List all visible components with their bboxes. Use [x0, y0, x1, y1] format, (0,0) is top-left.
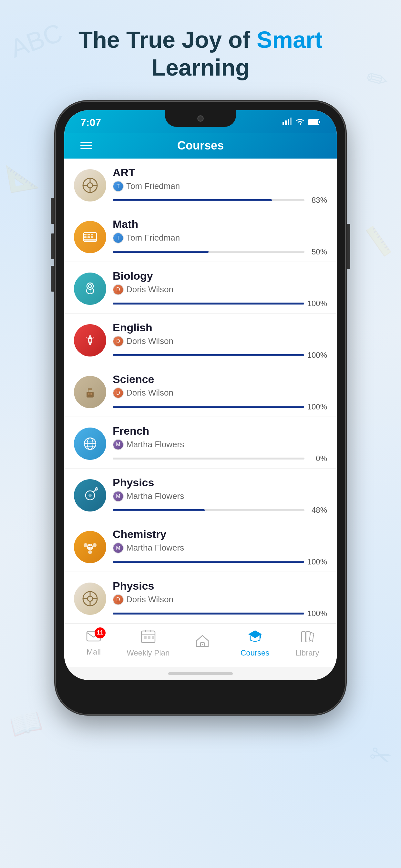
svg-rect-59	[148, 636, 150, 639]
svg-point-48	[88, 596, 93, 601]
progress-bar-fill-english	[113, 354, 304, 356]
status-time: 7:07	[81, 117, 101, 128]
svg-rect-16	[91, 234, 93, 236]
svg-point-28	[89, 393, 91, 395]
svg-rect-15	[88, 234, 90, 236]
tab-courses-label: Courses	[241, 648, 269, 657]
course-name-science: Science	[113, 373, 327, 385]
course-teacher-french: M Martha Flowers	[113, 439, 327, 450]
svg-point-8	[88, 183, 93, 188]
home-indicator	[64, 667, 337, 680]
course-teacher-physics-doris: D Doris Wilson	[113, 594, 327, 605]
course-item-physics-martha[interactable]: Physics M Martha Flowers 48%	[64, 469, 337, 520]
svg-rect-63	[302, 631, 305, 642]
progress-percent-physics-martha: 48%	[308, 506, 327, 515]
progress-bar-bg-math	[113, 251, 305, 253]
course-item-science[interactable]: Science D Doris Wilson 100%	[64, 365, 337, 417]
progress-percent-math: 50%	[308, 247, 327, 256]
course-name-physics-doris: Physics	[113, 580, 327, 592]
course-icon-math	[74, 221, 106, 253]
progress-bar-bg-science	[113, 406, 304, 408]
course-info-art: ART T Tom Friedman 83%	[113, 166, 327, 205]
course-teacher-art: T Tom Friedman	[113, 181, 327, 192]
teacher-name-art: Tom Friedman	[126, 181, 180, 191]
svg-point-41	[84, 543, 88, 547]
phone-frame: 7:07	[55, 101, 346, 715]
library-icon	[300, 629, 314, 647]
teacher-name-french: Martha Flowers	[126, 439, 184, 450]
wifi-icon	[296, 118, 305, 128]
home-indicator-bar	[168, 672, 233, 675]
hamburger-menu[interactable]	[81, 142, 92, 149]
course-list: ART T Tom Friedman 83%	[64, 159, 337, 624]
progress-chemistry: 100%	[113, 557, 327, 566]
course-info-french: French M Martha Flowers 0%	[113, 425, 327, 463]
course-name-french: French	[113, 425, 327, 437]
svg-point-62	[202, 644, 203, 645]
course-teacher-english: D Doris Wilson	[113, 336, 327, 347]
teacher-avatar-martha-che: M	[113, 542, 124, 554]
page-title: The True Joy of Smart Learning	[79, 26, 322, 82]
svg-point-42	[88, 550, 92, 554]
signal-icon	[282, 118, 291, 128]
notch	[165, 110, 236, 127]
course-icon-biology	[74, 273, 106, 305]
course-info-physics-doris: Physics D Doris Wilson 100%	[113, 580, 327, 618]
course-name-physics-martha: Physics	[113, 476, 327, 489]
svg-rect-18	[88, 237, 90, 238]
progress-bar-bg-chemistry	[113, 561, 304, 563]
teacher-name-english: Doris Wilson	[126, 336, 174, 346]
nav-bar: Courses	[64, 133, 337, 159]
teacher-name-science: Doris Wilson	[126, 388, 174, 398]
mail-icon: 11	[86, 630, 101, 646]
svg-rect-3	[290, 118, 291, 125]
course-item-math[interactable]: Math T Tom Friedman 50%	[64, 210, 337, 262]
progress-bar-bg-biology	[113, 303, 304, 305]
svg-point-27	[88, 393, 89, 395]
progress-english: 100%	[113, 351, 327, 360]
svg-rect-14	[84, 234, 87, 236]
course-item-biology[interactable]: Biology D Doris Wilson 100%	[64, 262, 337, 314]
tab-mail[interactable]: 11 Mail	[74, 630, 113, 656]
weekly-plan-icon	[141, 629, 156, 647]
course-name-math: Math	[113, 218, 327, 230]
course-item-physics-doris[interactable]: Physics D Doris Wilson 100%	[64, 572, 337, 624]
battery-icon	[308, 118, 320, 128]
course-info-math: Math T Tom Friedman 50%	[113, 218, 327, 256]
teacher-avatar-doris-eng: D	[113, 336, 124, 347]
course-teacher-science: D Doris Wilson	[113, 388, 327, 399]
mail-badge: 11	[95, 627, 105, 639]
progress-biology: 100%	[113, 299, 327, 308]
tab-weekly-plan-label: Weekly Plan	[127, 648, 169, 657]
course-item-chemistry[interactable]: Chemistry M Martha Flowers 100%	[64, 520, 337, 572]
progress-percent-english: 100%	[307, 351, 327, 360]
course-item-english[interactable]: English D Doris Wilson 100%	[64, 314, 337, 365]
course-info-biology: Biology D Doris Wilson 100%	[113, 270, 327, 308]
course-item-art[interactable]: ART T Tom Friedman 83%	[64, 159, 337, 210]
course-icon-physics-doris	[74, 583, 106, 615]
teacher-avatar-tom: T	[113, 181, 124, 192]
progress-bar-bg-french	[113, 458, 305, 460]
course-icon-french	[74, 428, 106, 460]
tab-weekly-plan[interactable]: Weekly Plan	[127, 629, 169, 657]
svg-rect-19	[91, 237, 93, 238]
progress-bar-bg-english	[113, 354, 304, 356]
tab-home[interactable]	[183, 633, 222, 653]
svg-point-29	[91, 393, 92, 395]
teacher-avatar-martha-phy: M	[113, 491, 124, 502]
progress-bar-bg-physics-doris	[113, 613, 304, 615]
teacher-avatar-tom-math: T	[113, 232, 124, 244]
course-icon-physics-martha	[74, 479, 106, 512]
course-name-chemistry: Chemistry	[113, 528, 327, 540]
tab-courses[interactable]: Courses	[236, 629, 274, 657]
teacher-name-math: Tom Friedman	[126, 233, 180, 243]
course-item-french[interactable]: French M Martha Flowers 0%	[64, 417, 337, 469]
progress-physics-martha: 48%	[113, 506, 327, 515]
teacher-avatar-doris-bio: D	[113, 284, 124, 295]
tab-library[interactable]: Library	[288, 629, 327, 657]
progress-percent-science: 100%	[307, 402, 327, 411]
course-info-chemistry: Chemistry M Martha Flowers 100%	[113, 528, 327, 566]
course-name-english: English	[113, 321, 327, 334]
progress-physics-doris: 100%	[113, 609, 327, 618]
course-icon-chemistry	[74, 531, 106, 563]
